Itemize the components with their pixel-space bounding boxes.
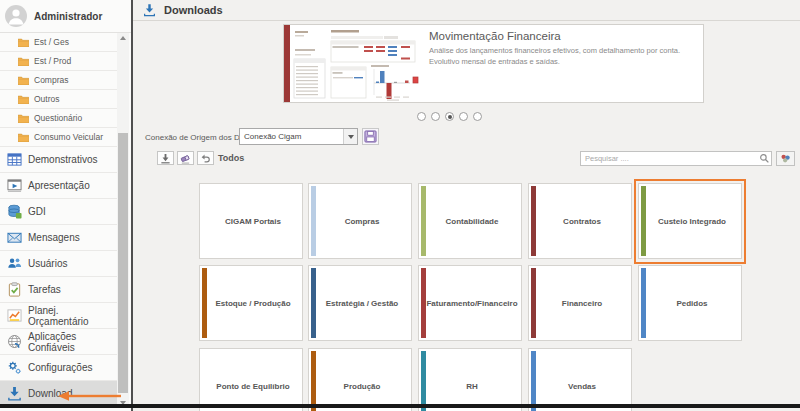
card-label: RH	[419, 349, 521, 411]
module-card-custeio-integrado[interactable]: Custeio Integrado	[638, 183, 742, 259]
gear-icon	[7, 360, 22, 375]
search-icon[interactable]	[758, 153, 771, 164]
user-avatar-icon	[5, 5, 27, 27]
folder-icon	[18, 38, 29, 47]
app-window: Administrador Est / GesEst / ProdCompras…	[0, 0, 800, 411]
card-label: Faturamento/Financeiro	[419, 266, 521, 340]
clipboard-check-icon	[7, 282, 22, 297]
folder-icon	[18, 57, 29, 66]
chart-icon	[7, 308, 22, 323]
user-header[interactable]: Administrador	[0, 0, 131, 33]
sidebar-item-label: Questionário	[34, 113, 82, 123]
search-input[interactable]	[581, 152, 758, 165]
sidebar-item-usu-rios[interactable]: Usuários	[0, 251, 117, 277]
carousel-dot[interactable]	[431, 112, 440, 121]
scrollbar-thumb[interactable]	[118, 133, 128, 393]
eraser-icon	[180, 153, 191, 164]
carousel-dot[interactable]	[417, 112, 426, 121]
sidebar-item-tarefas[interactable]: Tarefas	[0, 277, 117, 303]
download-selected-button[interactable]	[157, 151, 174, 165]
sidebar-item-label: Tarefas	[28, 284, 61, 295]
sidebar-item-label: Compras	[34, 75, 68, 85]
sidebar-item-label: Aplicações Confiáveis	[28, 331, 117, 353]
sidebar-menu-list: DemonstrativosApresentaçãoGDIMensagensUs…	[0, 147, 117, 407]
carousel-dots	[417, 112, 482, 121]
sidebar-divider	[131, 0, 133, 411]
page-header: Downloads	[133, 0, 800, 21]
module-card-vendas[interactable]: Vendas	[528, 348, 632, 411]
advanced-filter-button[interactable]	[776, 151, 795, 166]
folder-icon	[18, 95, 29, 104]
module-card-produ-o[interactable]: Produção	[308, 348, 412, 411]
sidebar-item-label: Est / Prod	[34, 56, 71, 66]
page-title: Downloads	[164, 4, 223, 16]
sidebar-item-folder[interactable]: Est / Prod	[0, 52, 117, 71]
sidebar-item-gdi[interactable]: GDI	[0, 199, 117, 225]
window-bottom-edge	[0, 404, 800, 408]
sidebar-item-label: Planej. Orçamentário	[28, 305, 117, 327]
sidebar-item-folder[interactable]: Questionário	[0, 109, 117, 128]
card-label: Estoque / Produção	[200, 266, 302, 340]
undo-button[interactable]	[197, 151, 214, 165]
sidebar-item-planej-or-ament-rio[interactable]: Planej. Orçamentário	[0, 303, 117, 329]
filter-settings-icon	[780, 153, 791, 164]
sidebar-nav: Est / GesEst / ProdComprasOutrosQuestion…	[0, 33, 117, 411]
globe-icon	[7, 334, 22, 349]
tab-todos[interactable]: Todos	[218, 153, 244, 163]
card-label: Compras	[309, 184, 411, 258]
module-card-contratos[interactable]: Contratos	[528, 183, 632, 259]
module-card-estrat-gia-gest-o[interactable]: Estratégia / Gestão	[308, 265, 412, 341]
sidebar-folder-list: Est / GesEst / ProdComprasOutrosQuestion…	[0, 33, 117, 147]
module-card-faturamento-financeiro[interactable]: Faturamento/Financeiro	[418, 265, 522, 341]
module-card-financeiro[interactable]: Financeiro	[528, 265, 632, 341]
database-icon	[7, 204, 22, 219]
users-icon	[7, 256, 22, 271]
carousel-item-info: Movimentação Financeira Análise dos lanç…	[420, 25, 703, 102]
module-card-pedidos[interactable]: Pedidos	[638, 265, 742, 341]
folder-icon	[18, 76, 29, 85]
module-card-rh[interactable]: RH	[418, 348, 522, 411]
card-label: Estratégia / Gestão	[309, 266, 411, 340]
module-card-contabilidade[interactable]: Contabilidade	[418, 183, 522, 259]
module-card-compras[interactable]: Compras	[308, 183, 412, 259]
sidebar-item-folder[interactable]: Est / Ges	[0, 33, 117, 52]
sidebar-item-folder[interactable]: Outros	[0, 90, 117, 109]
sidebar: Administrador Est / GesEst / ProdCompras…	[0, 0, 131, 411]
sidebar-item-label: GDI	[28, 206, 46, 217]
chevron-down-icon[interactable]	[343, 129, 357, 144]
search-box	[580, 151, 772, 166]
carousel-item-title: Movimentação Financeira	[429, 30, 693, 42]
card-label: Custeio Integrado	[639, 184, 741, 258]
sidebar-item-label: Usuários	[28, 258, 67, 269]
carousel-item[interactable]: Movimentação Financeira Análise dos lanç…	[283, 24, 704, 103]
sidebar-item-label: Demonstrativos	[28, 154, 97, 165]
sidebar-item-aplica-es-confi-veis[interactable]: Aplicações Confiáveis	[0, 329, 117, 355]
carousel-dot[interactable]	[473, 112, 482, 121]
carousel-dot[interactable]	[459, 112, 468, 121]
carousel-dot[interactable]	[445, 112, 454, 121]
sidebar-item-label: Est / Ges	[34, 37, 69, 47]
sidebar-item-label: Configurações	[28, 362, 92, 373]
sidebar-scrollbar[interactable]	[117, 33, 129, 408]
sidebar-item-label: Apresentação	[28, 180, 90, 191]
carousel-thumbnail	[284, 25, 420, 102]
module-card-estoque-produ-o[interactable]: Estoque / Produção	[199, 265, 303, 341]
sidebar-item-mensagens[interactable]: Mensagens	[0, 225, 117, 251]
sidebar-item-label: Consumo Veicular	[34, 132, 103, 142]
module-card-cigam-portais[interactable]: CIGAM Portais	[199, 183, 303, 259]
card-label: CIGAM Portais	[200, 184, 302, 258]
sidebar-item-demonstrativos[interactable]: Demonstrativos	[0, 147, 117, 173]
sidebar-item-folder[interactable]: Consumo Veicular	[0, 128, 117, 147]
clear-selection-button[interactable]	[177, 151, 194, 165]
download-icon	[143, 3, 156, 17]
undo-icon	[200, 153, 211, 164]
card-label: Produção	[309, 349, 411, 411]
connection-select[interactable]: Conexão Cigam	[239, 128, 358, 145]
sidebar-item-apresenta-o[interactable]: Apresentação	[0, 173, 117, 199]
save-connection-button[interactable]	[362, 128, 379, 145]
card-label: Ponto de Equilíbrio	[200, 349, 302, 411]
scroll-up-icon[interactable]	[117, 33, 129, 43]
sidebar-item-folder[interactable]: Compras	[0, 71, 117, 90]
module-card-ponto-de-equil-brio[interactable]: Ponto de Equilíbrio	[199, 348, 303, 411]
sidebar-item-configura-es[interactable]: Configurações	[0, 355, 117, 381]
